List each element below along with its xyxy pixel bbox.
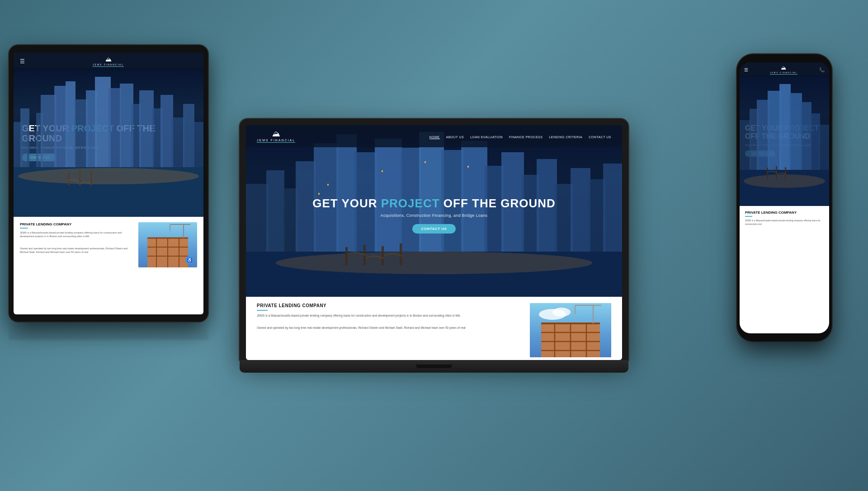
desktop-nav-links: HOME ABOUT US LOAN EVALUATION FINANCE PR… [429,132,611,140]
tablet-construction-image: ♿ [138,222,197,267]
logo-mountain-icon: ⛰ [105,56,112,62]
nav-item-loan[interactable]: LOAN EVALUATION [470,132,503,140]
mobile-heading-divider [745,216,752,217]
tablet-frame: ☰ ⛰ JEMS FINANCIAL [9,45,208,322]
tablet-below-fold: PRIVATE LENDING COMPANY JEMS is a Massac… [14,217,203,314]
svg-rect-91 [818,125,829,170]
svg-rect-95 [785,167,786,179]
svg-rect-44 [375,139,402,252]
svg-point-69 [552,308,571,317]
desktop-hero-accent: PROJECT [381,196,440,210]
mobile-logo: ⛰ JEMS FINANCIAL [770,65,797,75]
laptop-screen: ⛰ JEMS FINANCIAL HOME ABOUT US LOAN EVAL… [246,125,622,360]
laptop-frame: ⛰ JEMS FINANCIAL HOME ABOUT US LOAN EVAL… [240,119,628,360]
nav-link-contact[interactable]: CONTACT US [589,136,611,139]
laptop-base [240,360,628,373]
nav-item-finance[interactable]: FINANCE PROCESS [509,132,542,140]
svg-rect-10 [95,77,111,167]
tablet-about-para1: JEMS is a Massachusetts-based private le… [20,231,133,238]
svg-rect-35 [246,125,622,297]
svg-rect-57 [318,193,320,195]
tablet-contact-button[interactable]: CONTACT US [22,154,57,161]
desktop-logo: ⛰ JEMS FINANCIAL [257,130,295,143]
laptop-notch [416,365,452,368]
svg-rect-54 [571,168,590,252]
mobile-hero-title: GET YOUR PROJECTOFF THE GROUND [745,124,819,141]
svg-rect-56 [603,164,622,252]
svg-rect-93 [767,168,768,179]
mobile-hero-subtitle: Acquisitions, Construction Financing, an… [745,143,811,147]
svg-rect-39 [282,188,298,252]
tablet-hero-subtitle: Acquisitions, Construction Financing, an… [22,146,99,149]
tablet-heading-divider [20,228,28,229]
desktop-about-text: PRIVATE LENDING COMPANY JEMS is a Massac… [257,303,521,331]
svg-rect-82 [740,170,829,206]
tablet-logo: ⛰ JEMS FINANCIAL [93,56,124,67]
svg-rect-55 [588,179,605,252]
svg-point-62 [276,252,592,274]
svg-rect-59 [382,170,383,172]
nav-link-finance[interactable]: FINANCE PROCESS [509,136,542,139]
mobile-section-heading: PRIVATE LENDING COMPANY [745,210,824,215]
desktop-about-para1: JEMS is a Massachusetts-based private le… [257,313,521,318]
mobile-hero: GET YOUR PROJECTOFF THE GROUND Acquisiti… [740,75,829,206]
desktop-construction-image [530,303,611,357]
svg-rect-51 [522,175,539,252]
desktop-about-para2: Owned and operated by two long time real… [257,326,521,330]
mobile-device: ☰ ⛰ JEMS FINANCIAL 📞 [737,54,832,341]
mobile-below-fold: PRIVATE LENDING COMPANY JEMS is a Massac… [740,206,829,333]
mobile-hamburger-icon[interactable]: ☰ [744,67,748,72]
nav-item-about[interactable]: ABOUT US [446,132,464,140]
desktop-hero-subtitle: Acquisitions, Construction Financing, an… [381,213,488,218]
desktop-brand-name: JEMS FINANCIAL [257,139,295,142]
mobile-logo-underline [770,74,797,75]
svg-rect-63 [345,247,348,265]
svg-rect-65 [382,246,384,265]
svg-rect-22 [79,169,81,185]
svg-rect-53 [555,184,573,252]
svg-rect-61 [467,166,469,168]
tablet-hero: GET YOUR PROJECT OFF THE GROUND Acquisit… [14,68,203,217]
tablet-section-heading: PRIVATE LENDING COMPANY [20,222,133,226]
tablet-device: ☰ ⛰ JEMS FINANCIAL [9,45,208,340]
svg-rect-36 [246,252,622,297]
hamburger-icon[interactable]: ☰ [20,58,25,65]
svg-rect-1 [14,122,23,167]
laptop-device: ⛰ JEMS FINANCIAL HOME ABOUT US LOAN EVAL… [240,119,628,373]
svg-rect-21 [68,172,70,185]
svg-rect-38 [266,170,284,252]
nav-item-contact[interactable]: CONTACT US [589,132,611,140]
desktop-section-heading: PRIVATE LENDING COMPANY [257,303,521,308]
nav-link-about[interactable]: ABOUT US [446,136,464,139]
mobile-brand-name: JEMS FINANCIAL [770,71,797,74]
website-content: ⛰ JEMS FINANCIAL HOME ABOUT US LOAN EVAL… [246,125,622,360]
svg-rect-66 [400,243,402,265]
desktop-heading-divider [257,310,268,311]
svg-rect-23 [90,171,92,185]
svg-rect-90 [810,113,820,170]
mobile-contact-button[interactable]: CONTACT US [745,150,775,157]
nav-link-home[interactable]: HOME [429,136,440,139]
desktop-logo-underline [257,142,295,143]
nav-item-lending[interactable]: LENDING CRITERIA [549,132,582,140]
svg-point-92 [744,174,825,188]
nav-link-lending[interactable]: LENDING CRITERIA [549,136,582,139]
svg-rect-94 [776,166,777,179]
tablet-hero-title: GET YOUR PROJECT OFF THE GROUND [22,123,195,143]
desktop-logo-icon: ⛰ [272,130,280,138]
svg-point-20 [18,168,199,184]
tablet-screen: ☰ ⛰ JEMS FINANCIAL [14,52,203,314]
accessibility-icon[interactable]: ♿ [185,256,193,264]
mobile-frame: ☰ ⛰ JEMS FINANCIAL 📞 [737,54,832,341]
desktop-hero-title: GET YOUR PROJECT OFF THE GROUND [312,197,556,210]
tablet-reflection [9,322,208,340]
desktop-contact-button[interactable]: CONTACT US [412,224,456,234]
desktop-below-fold: PRIVATE LENDING COMPANY JEMS is a Massac… [246,297,622,360]
tablet-hero-accent: PROJECT [71,123,114,133]
phone-icon[interactable]: 📞 [819,67,825,72]
logo-underline [93,66,124,67]
mobile-about-para: JEMS is a Massachusetts-based private le… [745,219,824,226]
nav-item-home[interactable]: HOME [429,132,440,140]
svg-rect-60 [425,161,426,163]
nav-link-loan[interactable]: LOAN EVALUATION [470,136,503,139]
